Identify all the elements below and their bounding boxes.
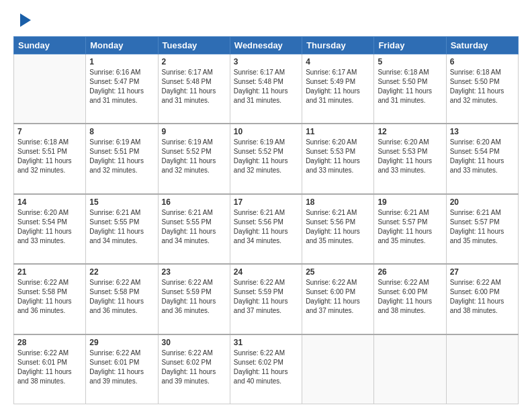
logo bbox=[13, 11, 34, 30]
calendar-cell: 1Sunrise: 6:16 AMSunset: 5:47 PMDaylight… bbox=[86, 54, 158, 124]
weekday-header-monday: Monday bbox=[86, 37, 158, 54]
day-info: Sunrise: 6:22 AMSunset: 6:02 PMDaylight:… bbox=[162, 349, 226, 386]
weekday-header-wednesday: Wednesday bbox=[230, 37, 302, 54]
day-number: 15 bbox=[89, 197, 154, 207]
calendar-table: SundayMondayTuesdayWednesdayThursdayFrid… bbox=[13, 36, 519, 404]
weekday-header-saturday: Saturday bbox=[446, 37, 518, 54]
calendar-cell: 7Sunrise: 6:18 AMSunset: 5:51 PMDaylight… bbox=[14, 124, 86, 193]
day-info: Sunrise: 6:21 AMSunset: 5:56 PMDaylight:… bbox=[234, 208, 298, 246]
day-number: 29 bbox=[89, 338, 154, 347]
weekday-header-tuesday: Tuesday bbox=[158, 37, 230, 54]
calendar-cell: 25Sunrise: 6:22 AMSunset: 6:00 PMDayligh… bbox=[302, 264, 374, 334]
day-number: 28 bbox=[17, 338, 82, 347]
calendar-cell: 26Sunrise: 6:22 AMSunset: 6:00 PMDayligh… bbox=[374, 264, 446, 334]
day-number: 23 bbox=[162, 267, 226, 277]
calendar-cell: 5Sunrise: 6:18 AMSunset: 5:50 PMDaylight… bbox=[374, 54, 446, 124]
calendar-cell: 12Sunrise: 6:20 AMSunset: 5:53 PMDayligh… bbox=[374, 124, 446, 193]
calendar-cell bbox=[14, 54, 86, 124]
week-row-1: 1Sunrise: 6:16 AMSunset: 5:47 PMDaylight… bbox=[14, 54, 519, 124]
day-info: Sunrise: 6:17 AMSunset: 5:48 PMDaylight:… bbox=[234, 68, 298, 105]
week-row-5: 28Sunrise: 6:22 AMSunset: 6:01 PMDayligh… bbox=[14, 334, 519, 404]
calendar-cell: 6Sunrise: 6:18 AMSunset: 5:50 PMDaylight… bbox=[446, 54, 518, 124]
calendar-cell: 24Sunrise: 6:22 AMSunset: 5:59 PMDayligh… bbox=[230, 264, 302, 334]
day-number: 12 bbox=[378, 127, 442, 136]
day-number: 19 bbox=[378, 197, 442, 207]
day-number: 18 bbox=[306, 197, 370, 207]
calendar-cell: 14Sunrise: 6:20 AMSunset: 5:54 PMDayligh… bbox=[14, 194, 86, 264]
day-number: 27 bbox=[450, 267, 515, 277]
week-row-2: 7Sunrise: 6:18 AMSunset: 5:51 PMDaylight… bbox=[14, 124, 519, 193]
day-info: Sunrise: 6:22 AMSunset: 6:00 PMDaylight:… bbox=[378, 278, 442, 316]
calendar-cell: 17Sunrise: 6:21 AMSunset: 5:56 PMDayligh… bbox=[230, 194, 302, 264]
day-number: 14 bbox=[17, 197, 82, 207]
day-info: Sunrise: 6:19 AMSunset: 5:51 PMDaylight:… bbox=[89, 138, 154, 175]
day-number: 21 bbox=[17, 267, 82, 277]
day-number: 2 bbox=[162, 57, 226, 66]
day-number: 6 bbox=[450, 57, 515, 66]
day-info: Sunrise: 6:20 AMSunset: 5:54 PMDaylight:… bbox=[17, 208, 82, 246]
header bbox=[13, 11, 519, 30]
day-number: 1 bbox=[89, 57, 154, 66]
calendar-cell: 10Sunrise: 6:19 AMSunset: 5:52 PMDayligh… bbox=[230, 124, 302, 193]
logo-icon bbox=[15, 11, 34, 30]
day-info: Sunrise: 6:19 AMSunset: 5:52 PMDaylight:… bbox=[234, 138, 298, 175]
weekday-header-sunday: Sunday bbox=[14, 37, 86, 54]
day-info: Sunrise: 6:22 AMSunset: 5:58 PMDaylight:… bbox=[17, 278, 82, 316]
calendar-cell: 16Sunrise: 6:21 AMSunset: 5:55 PMDayligh… bbox=[158, 194, 230, 264]
calendar-cell: 15Sunrise: 6:21 AMSunset: 5:55 PMDayligh… bbox=[86, 194, 158, 264]
day-info: Sunrise: 6:22 AMSunset: 6:02 PMDaylight:… bbox=[234, 349, 298, 386]
weekday-header-thursday: Thursday bbox=[302, 37, 374, 54]
calendar-cell: 21Sunrise: 6:22 AMSunset: 5:58 PMDayligh… bbox=[14, 264, 86, 334]
calendar-cell: 31Sunrise: 6:22 AMSunset: 6:02 PMDayligh… bbox=[230, 334, 302, 404]
day-number: 8 bbox=[89, 127, 154, 136]
week-row-4: 21Sunrise: 6:22 AMSunset: 5:58 PMDayligh… bbox=[14, 264, 519, 334]
day-number: 10 bbox=[234, 127, 298, 136]
week-row-3: 14Sunrise: 6:20 AMSunset: 5:54 PMDayligh… bbox=[14, 194, 519, 264]
day-info: Sunrise: 6:20 AMSunset: 5:53 PMDaylight:… bbox=[378, 138, 442, 175]
day-number: 5 bbox=[378, 57, 442, 66]
day-info: Sunrise: 6:18 AMSunset: 5:50 PMDaylight:… bbox=[378, 68, 442, 105]
day-info: Sunrise: 6:22 AMSunset: 6:00 PMDaylight:… bbox=[306, 278, 370, 316]
day-number: 13 bbox=[450, 127, 515, 136]
day-info: Sunrise: 6:22 AMSunset: 5:59 PMDaylight:… bbox=[162, 278, 226, 316]
day-info: Sunrise: 6:21 AMSunset: 5:57 PMDaylight:… bbox=[378, 208, 442, 246]
weekday-header-row: SundayMondayTuesdayWednesdayThursdayFrid… bbox=[14, 37, 519, 54]
day-number: 9 bbox=[162, 127, 226, 136]
calendar-cell: 9Sunrise: 6:19 AMSunset: 5:52 PMDaylight… bbox=[158, 124, 230, 193]
day-info: Sunrise: 6:20 AMSunset: 5:54 PMDaylight:… bbox=[450, 138, 515, 175]
day-number: 26 bbox=[378, 267, 442, 277]
day-info: Sunrise: 6:17 AMSunset: 5:49 PMDaylight:… bbox=[306, 68, 370, 105]
day-number: 22 bbox=[89, 267, 154, 277]
day-number: 11 bbox=[306, 127, 370, 136]
calendar-cell: 20Sunrise: 6:21 AMSunset: 5:57 PMDayligh… bbox=[446, 194, 518, 264]
day-number: 25 bbox=[306, 267, 370, 277]
day-number: 3 bbox=[234, 57, 298, 66]
day-info: Sunrise: 6:22 AMSunset: 6:01 PMDaylight:… bbox=[89, 349, 154, 386]
calendar-cell: 29Sunrise: 6:22 AMSunset: 6:01 PMDayligh… bbox=[86, 334, 158, 404]
day-info: Sunrise: 6:21 AMSunset: 5:57 PMDaylight:… bbox=[450, 208, 515, 246]
day-number: 17 bbox=[234, 197, 298, 207]
calendar-cell: 28Sunrise: 6:22 AMSunset: 6:01 PMDayligh… bbox=[14, 334, 86, 404]
day-number: 4 bbox=[306, 57, 370, 66]
day-info: Sunrise: 6:19 AMSunset: 5:52 PMDaylight:… bbox=[162, 138, 226, 175]
day-number: 20 bbox=[450, 197, 515, 207]
weekday-header-friday: Friday bbox=[374, 37, 446, 54]
day-info: Sunrise: 6:20 AMSunset: 5:53 PMDaylight:… bbox=[306, 138, 370, 175]
calendar-cell: 11Sunrise: 6:20 AMSunset: 5:53 PMDayligh… bbox=[302, 124, 374, 193]
day-number: 31 bbox=[234, 338, 298, 347]
day-info: Sunrise: 6:22 AMSunset: 6:01 PMDaylight:… bbox=[17, 349, 82, 386]
calendar-cell: 18Sunrise: 6:21 AMSunset: 5:56 PMDayligh… bbox=[302, 194, 374, 264]
day-number: 30 bbox=[162, 338, 226, 347]
calendar-cell bbox=[302, 334, 374, 404]
svg-marker-0 bbox=[20, 13, 31, 27]
day-info: Sunrise: 6:21 AMSunset: 5:55 PMDaylight:… bbox=[162, 208, 226, 246]
day-info: Sunrise: 6:22 AMSunset: 6:00 PMDaylight:… bbox=[450, 278, 515, 316]
day-info: Sunrise: 6:22 AMSunset: 5:59 PMDaylight:… bbox=[234, 278, 298, 316]
calendar-cell: 27Sunrise: 6:22 AMSunset: 6:00 PMDayligh… bbox=[446, 264, 518, 334]
calendar-cell: 30Sunrise: 6:22 AMSunset: 6:02 PMDayligh… bbox=[158, 334, 230, 404]
day-number: 24 bbox=[234, 267, 298, 277]
calendar-cell: 4Sunrise: 6:17 AMSunset: 5:49 PMDaylight… bbox=[302, 54, 374, 124]
calendar-cell bbox=[446, 334, 518, 404]
day-number: 7 bbox=[17, 127, 82, 136]
day-info: Sunrise: 6:17 AMSunset: 5:48 PMDaylight:… bbox=[162, 68, 226, 105]
